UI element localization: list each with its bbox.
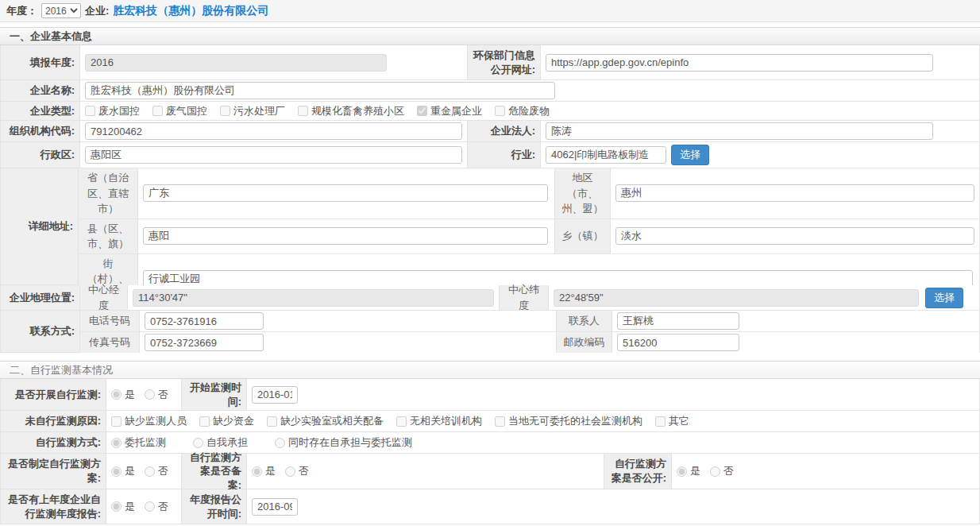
radio-icon[interactable]	[111, 466, 122, 477]
radio-plan-public-yes[interactable]: 是	[677, 464, 700, 478]
radio-icon[interactable]	[145, 389, 155, 400]
annual-report-radios: 是 否	[106, 489, 182, 524]
start-time-input[interactable]	[252, 386, 298, 404]
checkbox-icon[interactable]	[199, 416, 210, 427]
radio-carry-out-yes[interactable]: 是	[111, 388, 135, 402]
radio-label: 委托监测	[125, 435, 166, 450]
row-org-code: 组织机构代码: 企业法人:	[1, 121, 979, 142]
province-input[interactable]	[143, 184, 548, 202]
radio-carry-out-no[interactable]: 否	[145, 388, 168, 402]
checkbox-lack-lab[interactable]: 缺少实验室或相关配备	[267, 414, 384, 428]
checkbox-no-training-org[interactable]: 无相关培训机构	[396, 414, 482, 428]
radio-label: 是	[265, 464, 276, 478]
radio-icon[interactable]	[193, 438, 203, 448]
checkbox-icon[interactable]	[417, 106, 427, 116]
checkbox-icon[interactable]	[655, 416, 666, 427]
radio-annual-report-no[interactable]: 否	[145, 500, 168, 514]
company-name-label: 企业名称:	[1, 80, 80, 101]
checkbox-sewage-plant[interactable]: 污水处理厂	[220, 104, 285, 118]
checkbox-lack-staff[interactable]: 缺少监测人员	[111, 414, 187, 428]
radio-icon[interactable]	[111, 501, 122, 512]
reason-options: 缺少监测人员 缺少资金 缺少实验室或相关配备 无相关培训机构 当地无可委托的社会…	[106, 411, 979, 431]
county-input[interactable]	[143, 227, 548, 245]
contact-person-input[interactable]	[617, 312, 739, 330]
radio-icon[interactable]	[252, 466, 262, 477]
district-input[interactable]	[85, 146, 462, 164]
checkbox-icon[interactable]	[267, 416, 277, 427]
district-label: 行政区:	[1, 142, 80, 168]
radio-label: 否	[299, 464, 309, 478]
radio-icon[interactable]	[145, 501, 155, 512]
industry-cell: 选择	[541, 142, 979, 168]
fax-input[interactable]	[145, 334, 264, 351]
checkbox-icon[interactable]	[298, 106, 308, 116]
checkbox-label: 无相关培训机构	[410, 414, 482, 428]
radio-icon[interactable]	[677, 466, 687, 477]
report-time-cell	[247, 489, 979, 524]
legal-person-input[interactable]	[546, 122, 933, 140]
latitude-cell: 选择	[549, 285, 979, 310]
radio-plan-filed-yes[interactable]: 是	[252, 464, 276, 478]
radio-mode-both[interactable]: 同时存在自承担与委托监测	[275, 435, 412, 450]
region-input[interactable]	[615, 184, 974, 202]
checkbox-icon[interactable]	[495, 416, 505, 427]
checkbox-icon[interactable]	[152, 106, 163, 116]
radio-mode-self[interactable]: 自我承担	[193, 435, 248, 450]
radio-mode-entrusted[interactable]: 委托监测	[111, 435, 166, 450]
radio-icon[interactable]	[145, 466, 155, 477]
carry-out-label: 是否开展自行监测:	[1, 379, 106, 410]
checkbox-hazardous-waste[interactable]: 危险废物	[495, 104, 550, 118]
checkbox-wastegas-state[interactable]: 废气国控	[152, 104, 207, 118]
checkbox-wastewater-state[interactable]: 废水国控	[85, 104, 140, 118]
checkbox-livestock-zone[interactable]: 规模化畜禽养殖小区	[298, 104, 404, 118]
radio-label: 是	[125, 464, 135, 478]
checkbox-label: 缺少监测人员	[125, 414, 187, 428]
town-input[interactable]	[615, 227, 974, 245]
postcode-input[interactable]	[617, 334, 739, 351]
phone-input[interactable]	[145, 312, 264, 330]
checkbox-no-local-agency[interactable]: 当地无可委托的社会监测机构	[495, 414, 642, 428]
radio-plan-made-no[interactable]: 否	[145, 464, 168, 478]
company-name-link[interactable]: 胜宏科技（惠州）股份有限公司	[113, 4, 268, 18]
radio-plan-made-yes[interactable]: 是	[111, 464, 135, 478]
env-url-input[interactable]	[546, 54, 933, 72]
plan-filed-radios: 是 否	[247, 454, 604, 489]
annual-report-label: 是否有上年度企业自行监测年度报告:	[1, 489, 106, 524]
radio-label: 否	[158, 500, 168, 514]
year-label: 年度：	[6, 4, 37, 18]
region-cell	[611, 168, 979, 219]
checkbox-icon[interactable]	[220, 106, 230, 116]
checkbox-icon[interactable]	[85, 106, 95, 116]
org-code-input[interactable]	[85, 122, 462, 140]
checkbox-icon[interactable]	[396, 416, 407, 427]
geo-select-button[interactable]: 选择	[925, 288, 963, 308]
radio-icon[interactable]	[710, 466, 720, 477]
radio-annual-report-yes[interactable]: 是	[111, 500, 135, 514]
radio-plan-filed-no[interactable]: 否	[285, 464, 309, 478]
radio-plan-public-no[interactable]: 否	[710, 464, 734, 478]
company-name-cell	[80, 80, 979, 101]
checkbox-icon[interactable]	[495, 106, 505, 116]
industry-select-button[interactable]: 选择	[671, 145, 709, 165]
province-label: 省（自治区、直辖市）	[79, 168, 138, 219]
radio-icon[interactable]	[275, 438, 285, 448]
radio-label: 否	[723, 464, 734, 478]
report-time-input[interactable]	[252, 498, 298, 516]
checkbox-label: 废气国控	[166, 104, 207, 118]
checkbox-lack-funds[interactable]: 缺少资金	[199, 414, 254, 428]
checkbox-icon[interactable]	[111, 416, 122, 427]
radio-icon[interactable]	[111, 389, 122, 400]
year-select[interactable]: 2016	[41, 3, 81, 18]
plan-public-label: 自行监测方案是否公开:	[604, 454, 672, 489]
row-no-monitor-reason: 未自行监测原因: 缺少监测人员 缺少资金 缺少实验室或相关配备 无相关培训机构 …	[1, 411, 979, 432]
row-monitor-mode: 自行监测方式: 委托监测 自我承担 同时存在自承担与委托监测	[1, 432, 979, 454]
company-name-input[interactable]	[85, 82, 555, 99]
radio-icon[interactable]	[111, 438, 122, 448]
industry-input[interactable]	[546, 146, 666, 164]
latitude-input	[554, 289, 919, 307]
env-url-cell	[541, 45, 979, 79]
row-annual-report: 是否有上年度企业自行监测年度报告: 是 否 年度报告公开时间:	[1, 489, 979, 524]
checkbox-heavy-metal[interactable]: 重金属企业	[417, 104, 482, 118]
radio-icon[interactable]	[285, 466, 295, 477]
checkbox-other-reason[interactable]: 其它	[655, 414, 689, 428]
